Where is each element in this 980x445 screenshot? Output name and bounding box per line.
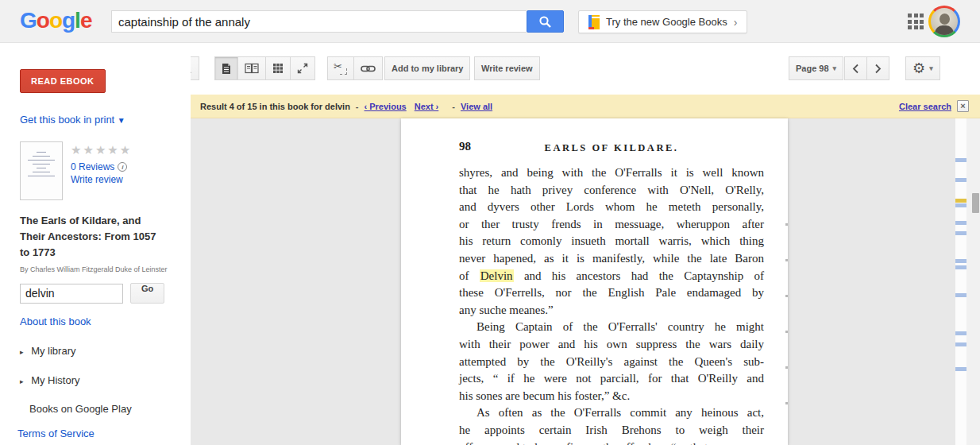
rating-column: ★★★★★ 0 Reviews i Write review <box>71 141 132 200</box>
page-selector-group: Page 98 ▾ <box>789 56 843 80</box>
link-button[interactable] <box>353 56 383 80</box>
result-mark[interactable] <box>955 158 966 162</box>
single-page-icon <box>222 63 231 75</box>
result-mark[interactable] <box>955 203 966 207</box>
books-on-google-play-link[interactable]: Books on Google Play <box>29 403 191 415</box>
result-status-text: Result 4 of 15 in this book for delvin <box>200 102 350 111</box>
clip-button[interactable]: ✂ <box>327 56 354 80</box>
try-new-google-books-button[interactable]: Try the new Google Books › <box>578 10 747 33</box>
result-mark[interactable] <box>955 178 966 182</box>
book-text-line: he appoints certain Irish Brehons to wei… <box>459 422 764 439</box>
reviews-link[interactable]: 0 Reviews i <box>71 161 132 172</box>
separator-dash: - <box>452 102 455 111</box>
page-nav-group <box>844 56 889 80</box>
fullscreen-icon <box>297 63 308 74</box>
chevron-left-icon <box>852 64 859 74</box>
result-mark[interactable] <box>955 342 966 346</box>
previous-result-link[interactable]: ‹ Previous <box>365 102 407 111</box>
book-text-line: offences and to levy a fine on the offen… <box>459 439 764 445</box>
book-text-line: his return comonly insueth mortall warri… <box>459 233 764 250</box>
next-page-button[interactable] <box>866 56 889 80</box>
book-text-line: attempted by the O'Reilly's against the … <box>459 354 764 371</box>
book-text-line: jects, “ if he were not parciall, for th… <box>459 370 764 388</box>
google-apps-grid-icon[interactable] <box>908 14 925 31</box>
get-print-label: Get this book in print <box>20 114 114 126</box>
google-logo-letter: o <box>49 8 62 33</box>
result-mark[interactable] <box>955 293 966 297</box>
book-text-line: with their power and his own suppress th… <box>459 336 764 354</box>
book-text-line: of Delvin and his ancestors had the Capt… <box>459 268 764 285</box>
page-edge-marks <box>785 190 788 428</box>
google-books-app: Google Try the new Google Books › <box>0 0 980 445</box>
separator-dash: - <box>356 102 359 111</box>
in-book-search-input[interactable] <box>20 284 123 304</box>
go-button[interactable]: Go <box>130 283 164 304</box>
my-history-label: My History <box>31 374 79 386</box>
google-logo-letter: e <box>80 8 92 33</box>
get-book-in-print-link[interactable]: Get this book in print ▼ <box>20 114 191 126</box>
in-book-search-row: Go <box>20 283 191 304</box>
my-history-item[interactable]: ▸ My History <box>20 374 191 386</box>
result-mark[interactable] <box>955 259 966 263</box>
page-view-button-group <box>214 56 315 80</box>
avatar-photo <box>931 8 958 35</box>
page-selector-dropdown[interactable]: Page 98 ▾ <box>789 56 843 80</box>
google-books-icon <box>588 15 600 29</box>
search-icon <box>538 15 552 29</box>
chevron-right-icon <box>874 64 882 74</box>
close-icon[interactable]: × <box>957 100 969 112</box>
page-lines: shyres, and being with the O'Ferralls it… <box>459 164 764 445</box>
chevron-down-icon: ▾ <box>929 64 933 72</box>
previous-page-button[interactable] <box>844 56 867 80</box>
single-page-view-button[interactable] <box>214 56 238 80</box>
triangle-right-icon: ▸ <box>20 377 24 385</box>
result-mark[interactable] <box>955 367 966 371</box>
terms-of-service-link[interactable]: Terms of Service <box>17 428 191 439</box>
account-avatar[interactable] <box>928 6 960 37</box>
result-mark[interactable] <box>955 331 966 335</box>
result-mark[interactable] <box>955 231 966 235</box>
about-this-book-link[interactable]: About this book <box>20 315 191 327</box>
read-ebook-button[interactable]: READ EBOOK <box>20 69 106 93</box>
settings-group: ⚙ ▾ <box>905 56 940 80</box>
scrollbar-handle[interactable] <box>972 193 979 213</box>
page-selector-label: Page 98 <box>796 64 829 73</box>
clip-link-button-group: ✂ <box>327 56 383 80</box>
running-head: EARLS OF KILDARE. <box>459 142 764 154</box>
book-text-line: his sones are becum his foster,” &c. <box>459 388 764 405</box>
write-review-link[interactable]: Write review <box>71 174 132 185</box>
two-page-view-button[interactable] <box>237 56 266 80</box>
search-button[interactable] <box>527 10 564 33</box>
chevron-right-icon: › <box>734 16 738 29</box>
add-to-my-library-button[interactable]: Add to my library <box>384 56 470 80</box>
book-text-line: As often as the O'Ferralls commit any he… <box>459 404 764 422</box>
book-text-line: any suche meanes.” <box>459 302 764 319</box>
my-library-label: My library <box>31 345 75 357</box>
book-summary-row: ★★★★★ 0 Reviews i Write review <box>20 141 191 200</box>
thumbnail-view-button[interactable] <box>265 56 291 80</box>
current-result-mark[interactable] <box>955 199 966 203</box>
info-icon[interactable]: i <box>118 162 127 172</box>
triangle-down-icon: ▼ <box>118 116 125 125</box>
result-mark[interactable] <box>955 221 966 225</box>
fullscreen-button[interactable] <box>290 56 315 80</box>
next-result-link[interactable]: Next › <box>415 102 439 111</box>
clear-search-link[interactable]: Clear search <box>899 102 951 111</box>
search-input[interactable] <box>111 10 527 33</box>
scissors-clip-icon: ✂ <box>334 62 347 75</box>
two-page-icon <box>245 63 259 74</box>
book-page[interactable]: 98 EARLS OF KILDARE. shyres, and being w… <box>401 118 788 445</box>
settings-dropdown-button[interactable]: ⚙ ▾ <box>905 56 940 80</box>
book-cover-thumbnail[interactable] <box>20 141 63 200</box>
google-logo-letter: G <box>20 8 37 33</box>
triangle-right-icon: ▸ <box>20 348 24 356</box>
view-all-results-link[interactable]: View all <box>461 102 492 111</box>
search-results-scroll-strip[interactable] <box>955 118 966 445</box>
write-review-button[interactable]: Write review <box>474 56 540 80</box>
google-logo[interactable]: Google <box>20 8 91 33</box>
my-library-item[interactable]: ▸ My library <box>20 345 191 357</box>
star-rating-icons[interactable]: ★★★★★ <box>71 143 132 157</box>
book-author: By Charles William Fitzgerald Duke of Le… <box>20 265 191 273</box>
google-logo-letter: o <box>37 8 49 33</box>
result-mark[interactable] <box>955 265 966 269</box>
